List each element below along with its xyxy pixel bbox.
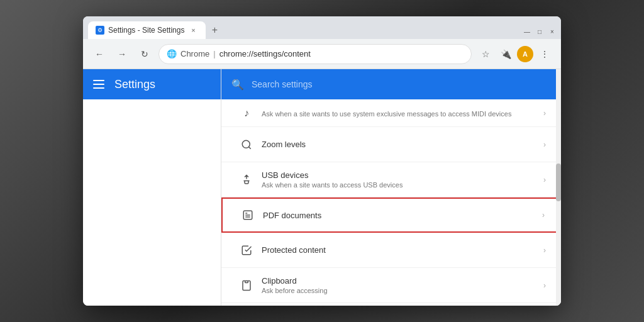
scrollbar[interactable] — [556, 69, 561, 306]
settings-list: ♪ Ask when a site wants to use system ex… — [221, 99, 561, 306]
scrollbar-thumb[interactable] — [556, 164, 561, 201]
protected-icon — [236, 245, 257, 256]
url-path: chrome://settings/content — [219, 49, 311, 58]
sidebar: Settings — [83, 69, 221, 306]
content-area: 🔍 ♪ Ask when a site wants to use system … — [221, 69, 561, 306]
url-bar[interactable]: 🌐 Chrome | chrome://settings/content — [158, 44, 472, 64]
chevron-icon: › — [543, 246, 546, 255]
chrome-menu-button[interactable]: ⋮ — [536, 45, 553, 63]
list-item-payment[interactable]: Payment Handlers Allow sites to install … — [221, 303, 561, 306]
chevron-icon: › — [543, 109, 546, 118]
search-input[interactable] — [252, 79, 551, 89]
title-bar: ⚙ Settings - Site Settings × + — □ × — [83, 16, 561, 39]
address-bar-actions: ☆ 🔌 A ⋮ — [477, 45, 553, 63]
main-content: Settings 🔍 ♪ Ask when a site wants to us… — [83, 69, 561, 306]
list-item-pdf[interactable]: PDF documents › — [221, 197, 561, 233]
usb-subtitle: Ask when a site wants to access USB devi… — [262, 181, 538, 189]
list-item-usb[interactable]: USB devices Ask when a site wants to acc… — [221, 162, 561, 197]
url-separator: | — [213, 49, 215, 58]
svg-rect-3 — [245, 280, 248, 282]
svg-line-1 — [248, 147, 250, 148]
tab-title: Settings - Site Settings — [108, 26, 184, 35]
chevron-icon: › — [543, 281, 546, 290]
search-icon: 🔍 — [231, 79, 244, 91]
chevron-icon: › — [543, 175, 546, 184]
list-item-zoom[interactable]: Zoom levels › — [221, 127, 561, 162]
avatar[interactable]: A — [517, 46, 533, 62]
list-item-midi[interactable]: ♪ Ask when a site wants to use system ex… — [221, 99, 561, 127]
list-item-protected[interactable]: Protected content › — [221, 233, 561, 268]
clipboard-icon — [236, 280, 257, 291]
sidebar-title: Settings — [114, 78, 155, 91]
forward-button[interactable]: → — [113, 45, 131, 63]
search-bar: 🔍 — [221, 69, 561, 99]
usb-icon — [236, 174, 257, 186]
reload-button[interactable]: ↻ — [136, 45, 153, 63]
new-tab-button[interactable]: + — [206, 21, 223, 39]
midi-icon: ♪ — [236, 108, 257, 119]
browser-name: Chrome — [180, 49, 209, 58]
svg-point-0 — [242, 140, 250, 148]
extension-icon[interactable]: 🔌 — [497, 45, 514, 63]
clipboard-title: Clipboard — [262, 276, 538, 286]
hamburger-menu-button[interactable] — [93, 80, 104, 89]
zoom-icon — [236, 139, 257, 150]
list-item-clipboard[interactable]: Clipboard Ask before accessing › — [221, 268, 561, 303]
back-button[interactable]: ← — [91, 45, 108, 63]
clipboard-subtitle: Ask before accessing — [262, 287, 538, 294]
chevron-icon: › — [543, 140, 546, 149]
browser-window: ⚙ Settings - Site Settings × + — □ × ← →… — [83, 16, 561, 306]
bookmark-button[interactable]: ☆ — [477, 45, 494, 63]
tab-favicon: ⚙ — [96, 26, 104, 35]
minimize-button[interactable]: — — [523, 28, 531, 35]
protected-title: Protected content — [262, 245, 538, 255]
pdf-title: PDF documents — [263, 211, 537, 220]
close-button[interactable]: × — [548, 28, 556, 35]
address-bar: ← → ↻ 🌐 Chrome | chrome://settings/conte… — [83, 39, 561, 69]
active-tab[interactable]: ⚙ Settings - Site Settings × — [88, 21, 206, 39]
tab-area: ⚙ Settings - Site Settings × + — [88, 21, 523, 39]
usb-title: USB devices — [262, 170, 538, 180]
pdf-icon — [238, 209, 258, 221]
window-controls: — □ × — [523, 28, 556, 39]
midi-subtitle: Ask when a site wants to use system excl… — [262, 110, 538, 118]
maximize-button[interactable]: □ — [536, 28, 543, 35]
secure-icon: 🌐 — [167, 49, 177, 58]
sidebar-header: Settings — [83, 69, 221, 99]
chevron-icon: › — [542, 211, 545, 219]
tab-close-button[interactable]: × — [188, 25, 198, 35]
zoom-title: Zoom levels — [262, 140, 538, 149]
